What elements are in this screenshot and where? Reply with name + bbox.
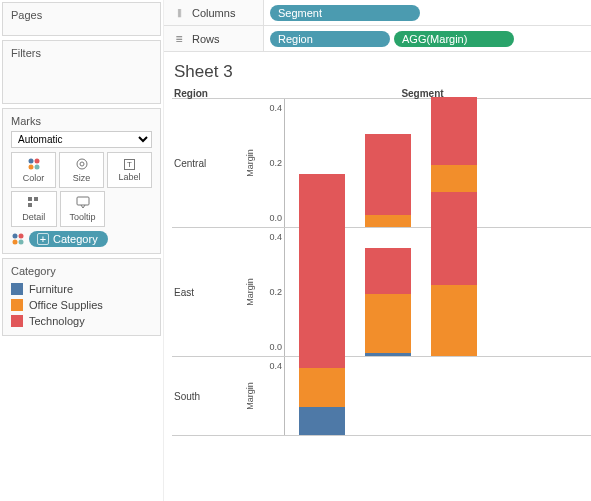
- region-label: South: [172, 357, 240, 435]
- chart-cell: [284, 357, 591, 435]
- svg-point-3: [34, 165, 39, 170]
- left-panel: Pages Filters Marks Automatic Color Size…: [0, 0, 163, 501]
- bar-segment: [365, 353, 411, 356]
- bar-segment: [299, 368, 345, 407]
- stacked-bar[interactable]: [299, 202, 345, 435]
- sheet-title[interactable]: Sheet 3: [174, 62, 591, 82]
- bar-segment: [365, 248, 411, 295]
- rows-icon: ≡: [172, 32, 186, 46]
- expand-icon: +: [37, 233, 49, 245]
- svg-point-1: [34, 159, 39, 164]
- svg-point-11: [19, 234, 24, 239]
- row-pill[interactable]: AGG(Margin): [394, 31, 514, 47]
- tooltip-icon: [76, 196, 90, 210]
- text-icon: T: [124, 159, 135, 170]
- svg-point-5: [80, 162, 84, 166]
- bar-segment: [431, 97, 477, 165]
- legend-swatch: [11, 283, 23, 295]
- y-axis-title: Margin: [245, 382, 255, 410]
- marks-type-select[interactable]: Automatic: [11, 131, 152, 148]
- bar-segment: [431, 192, 477, 285]
- detail-icon: [27, 196, 41, 210]
- svg-point-12: [13, 240, 18, 245]
- color-button[interactable]: Color: [11, 152, 56, 188]
- bar-segment: [365, 134, 411, 215]
- rows-shelf[interactable]: ≡ Rows RegionAGG(Margin): [164, 26, 591, 52]
- legend-item[interactable]: Technology: [11, 313, 152, 329]
- svg-rect-9: [77, 197, 89, 205]
- legend-item[interactable]: Office Supplies: [11, 297, 152, 313]
- bar-segment: [365, 294, 411, 353]
- marks-title: Marks: [11, 115, 152, 127]
- svg-point-2: [28, 165, 33, 170]
- stacked-bar[interactable]: [365, 248, 411, 356]
- svg-rect-6: [28, 197, 32, 201]
- columns-icon: ⦀: [172, 6, 186, 20]
- bar-segment: [431, 285, 477, 356]
- y-axis-title: Margin: [245, 149, 255, 177]
- region-label: Central: [172, 99, 240, 227]
- size-icon: [75, 157, 89, 171]
- legend-title: Category: [11, 265, 152, 277]
- segment-header: Segment: [254, 88, 591, 99]
- color-dots-icon: [11, 232, 25, 246]
- size-button[interactable]: Size: [59, 152, 104, 188]
- color-dots-icon: [27, 157, 41, 171]
- bar-segment: [365, 215, 411, 227]
- chart-row: EastMargin0.40.20.0: [172, 227, 591, 357]
- bar-segment: [299, 407, 345, 435]
- svg-point-10: [13, 234, 18, 239]
- detail-button[interactable]: Detail: [11, 191, 57, 227]
- stacked-bar[interactable]: [431, 192, 477, 356]
- legend-swatch: [11, 299, 23, 311]
- filters-title: Filters: [11, 47, 152, 59]
- region-label: East: [172, 228, 240, 356]
- chart-row: SouthMargin0.4: [172, 356, 591, 436]
- category-pill[interactable]: + Category: [29, 231, 108, 247]
- svg-point-13: [19, 240, 24, 245]
- pages-title: Pages: [11, 9, 152, 21]
- stacked-bar[interactable]: [365, 134, 411, 227]
- region-header: Region: [174, 88, 254, 99]
- pages-shelf[interactable]: Pages: [2, 2, 161, 36]
- filters-shelf[interactable]: Filters: [2, 40, 161, 104]
- worksheet-panel: ⦀ Columns Segment ≡ Rows RegionAGG(Margi…: [163, 0, 591, 501]
- chart-row: CentralMargin0.40.20.0: [172, 98, 591, 228]
- svg-point-4: [77, 159, 87, 169]
- legend-item[interactable]: Furniture: [11, 281, 152, 297]
- legend-card: Category FurnitureOffice SuppliesTechnol…: [2, 258, 161, 336]
- column-pill[interactable]: Segment: [270, 5, 420, 21]
- marks-card: Marks Automatic Color Size T Label: [2, 108, 161, 254]
- label-button[interactable]: T Label: [107, 152, 152, 188]
- columns-shelf[interactable]: ⦀ Columns Segment: [164, 0, 591, 26]
- y-axis-title: Margin: [245, 278, 255, 306]
- bar-segment: [299, 202, 345, 369]
- svg-rect-8: [28, 203, 32, 207]
- tooltip-button[interactable]: Tooltip: [60, 191, 106, 227]
- legend-swatch: [11, 315, 23, 327]
- row-pill[interactable]: Region: [270, 31, 390, 47]
- svg-point-0: [28, 159, 33, 164]
- svg-rect-7: [34, 197, 38, 201]
